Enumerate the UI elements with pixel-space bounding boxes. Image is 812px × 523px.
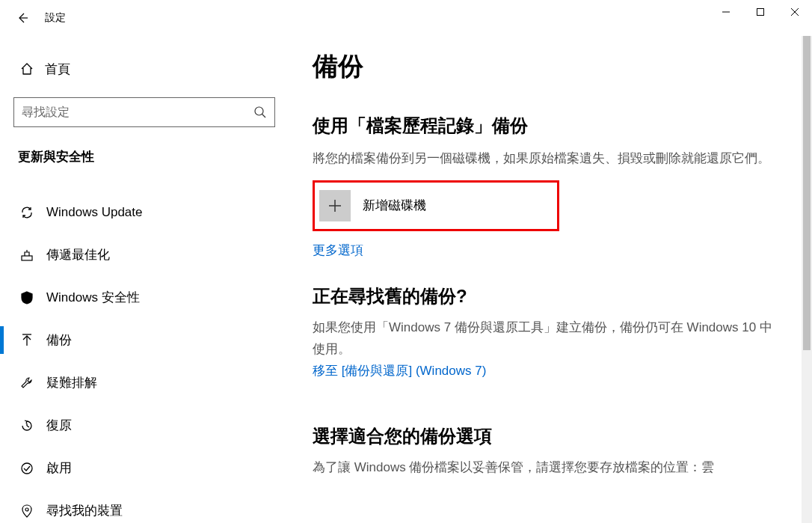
category-title: 更新與安全性 [13, 148, 277, 165]
section-title: 使用「檔案歷程記錄」備份 [313, 114, 782, 138]
section-description: 將您的檔案備份到另一個磁碟機，如果原始檔案遺失、損毀或刪除就能還原它們。 [313, 148, 782, 170]
section-description: 為了讓 Windows 備份檔案以妥善保管，請選擇您要存放檔案的位置：雲 [313, 457, 782, 479]
sidebar-item-windows-security[interactable]: Windows 安全性 [0, 276, 290, 319]
sidebar-item-recovery[interactable]: 復原 [0, 404, 290, 447]
svg-rect-2 [757, 9, 764, 16]
sidebar-item-label: 備份 [46, 331, 72, 349]
activation-icon [18, 461, 36, 476]
delivery-icon [18, 248, 36, 263]
backup-icon [18, 333, 36, 348]
section-title: 正在尋找舊的備份? [313, 284, 782, 308]
location-icon [18, 504, 36, 519]
main-content: 備份 使用「檔案歷程記錄」備份 將您的檔案備份到另一個磁碟機，如果原始檔案遺失、… [290, 36, 812, 523]
svg-point-13 [25, 508, 28, 511]
sidebar-item-label: 啟用 [46, 459, 72, 477]
sidebar-item-activation[interactable]: 啟用 [0, 447, 290, 489]
sidebar-item-backup[interactable]: 備份 [0, 319, 290, 361]
svg-point-12 [22, 463, 32, 474]
svg-point-5 [255, 107, 263, 115]
add-drive-button[interactable]: 新增磁碟機 [313, 180, 559, 231]
page-title: 備份 [313, 49, 782, 84]
window-title: 設定 [45, 11, 66, 25]
sidebar-item-label: 尋找我的裝置 [46, 502, 123, 519]
section-title: 選擇適合您的備份選項 [313, 424, 782, 448]
home-icon [18, 61, 36, 76]
sidebar-item-label: 疑難排解 [46, 374, 97, 391]
close-button[interactable] [778, 0, 812, 24]
sidebar-item-label: Windows 安全性 [46, 289, 140, 306]
wrench-icon [18, 376, 36, 391]
svg-rect-7 [22, 256, 32, 260]
sidebar-item-label: 復原 [46, 417, 72, 434]
search-input[interactable] [22, 105, 246, 119]
plus-icon [319, 190, 351, 221]
maximize-button[interactable] [743, 0, 778, 24]
window-controls [709, 0, 812, 24]
scrollbar-track[interactable] [802, 36, 812, 523]
sidebar-item-label: 傳遞最佳化 [46, 246, 110, 263]
add-drive-label: 新增磁碟機 [363, 197, 426, 214]
sidebar-item-windows-update[interactable]: Windows Update [0, 191, 290, 233]
sidebar-item-delivery-optimization[interactable]: 傳遞最佳化 [0, 233, 290, 276]
scrollbar-thumb[interactable] [803, 36, 811, 350]
nav-list: Windows Update 傳遞最佳化 Windows 安全性 備份 [0, 191, 290, 523]
svg-line-11 [27, 426, 29, 427]
more-options-link[interactable]: 更多選項 [313, 242, 363, 259]
svg-line-6 [262, 114, 266, 118]
shield-icon [18, 290, 36, 305]
recovery-icon [18, 418, 36, 433]
section-old-backup: 正在尋找舊的備份? 如果您使用「Windows 7 備份與還原工具」建立備份，備… [313, 284, 782, 379]
sidebar-item-troubleshoot[interactable]: 疑難排解 [0, 361, 290, 404]
search-icon [253, 105, 267, 119]
section-backup-options: 選擇適合您的備份選項 為了讓 Windows 備份檔案以妥善保管，請選擇您要存放… [313, 424, 782, 479]
back-button[interactable] [6, 1, 39, 34]
section-file-history: 使用「檔案歷程記錄」備份 將您的檔案備份到另一個磁碟機，如果原始檔案遺失、損毀或… [313, 114, 782, 284]
minimize-button[interactable] [709, 0, 743, 24]
search-box[interactable] [13, 97, 275, 127]
home-label: 首頁 [45, 61, 70, 78]
sidebar-item-label: Windows Update [46, 205, 143, 220]
sidebar: 首頁 更新與安全性 Windows Update 傳遞最佳化 [0, 36, 290, 523]
sync-icon [18, 205, 36, 220]
titlebar: 設定 [0, 0, 812, 36]
sidebar-item-find-my-device[interactable]: 尋找我的裝置 [0, 489, 290, 523]
home-button[interactable]: 首頁 [13, 51, 277, 87]
section-description: 如果您使用「Windows 7 備份與還原工具」建立備份，備份仍可在 Windo… [313, 317, 782, 361]
goto-backup-restore-link[interactable]: 移至 [備份與還原] (Windows 7) [313, 362, 486, 379]
